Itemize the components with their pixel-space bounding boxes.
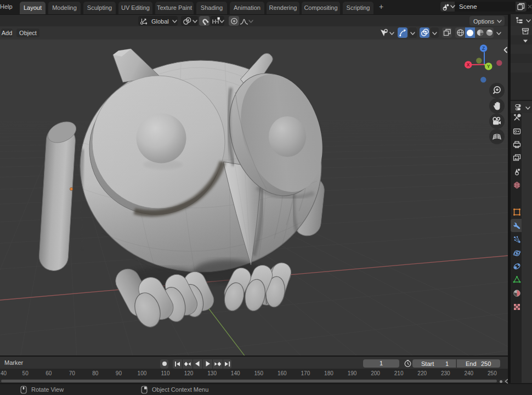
svg-text:X: X — [467, 62, 470, 67]
svg-text:Y: Y — [487, 64, 490, 69]
svg-text:Z: Z — [482, 46, 485, 51]
